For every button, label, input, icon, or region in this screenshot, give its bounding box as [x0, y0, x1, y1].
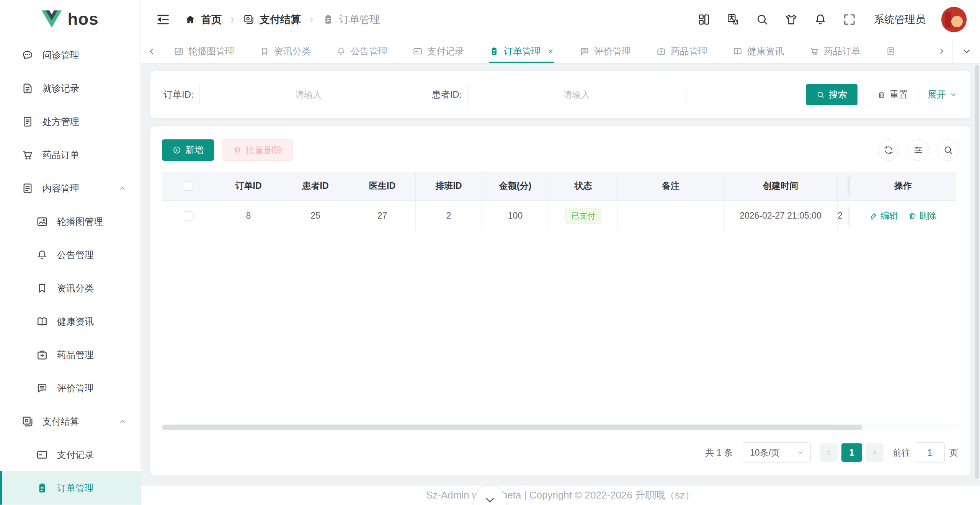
- order-icon: [489, 46, 499, 56]
- search-button[interactable]: 搜索: [806, 84, 858, 105]
- collapse-sidebar-button[interactable]: [155, 12, 171, 27]
- data-table: 订单ID患者ID医生ID排班ID金额(分)状态备注创建时间操作825272100…: [162, 172, 959, 231]
- sidebar-menu: 问诊管理就诊记录处方管理药品订单内容管理轮播图管理公告管理资讯分类健康资讯药品管…: [0, 38, 140, 505]
- tab-健康资讯[interactable]: 健康资讯: [733, 39, 784, 63]
- tab-支付记录[interactable]: 支付记录: [413, 39, 464, 63]
- vertical-scrollbar-thumb[interactable]: [975, 65, 979, 479]
- topbar-fullscreen-button[interactable]: [843, 13, 856, 26]
- tab-资讯分类[interactable]: 资讯分类: [260, 39, 311, 63]
- reset-button[interactable]: 重置: [867, 84, 918, 105]
- batch-delete-button[interactable]: 批量删除: [222, 139, 293, 161]
- medkit-icon: [36, 349, 48, 361]
- trash-icon: [877, 90, 886, 99]
- sidebar-item-notice-mgmt[interactable]: 公告管理: [0, 238, 140, 271]
- card-icon: [36, 449, 48, 461]
- table-toolbar: 新增 批量删除: [150, 126, 970, 172]
- tab-label: 评价管理: [594, 45, 631, 57]
- tab-公告管理[interactable]: 公告管理: [336, 39, 387, 63]
- tab-订单管理[interactable]: 订单管理: [489, 39, 554, 63]
- search-icon: [755, 13, 769, 26]
- topbar-notification-bell-button[interactable]: [813, 13, 827, 26]
- horizontal-scrollbar-thumb[interactable]: [162, 425, 862, 430]
- order-id-input[interactable]: [199, 84, 418, 105]
- tab-评价管理[interactable]: 评价管理: [580, 39, 631, 63]
- sidebar-item-drug-mgmt[interactable]: 药品管理: [0, 338, 140, 371]
- topbar-translate-button[interactable]: [726, 13, 740, 26]
- cell-clipped: 2: [838, 201, 850, 231]
- chevron-up-icon-wrap: [118, 184, 127, 193]
- table-header-createTime: 创建时间: [724, 172, 838, 201]
- sidebar-item-label: 轮播图管理: [57, 216, 103, 228]
- sidebar-item-content-mgmt[interactable]: 内容管理: [0, 172, 140, 205]
- tab-close-button[interactable]: [547, 47, 554, 55]
- edit-row-button[interactable]: 编辑: [869, 210, 898, 222]
- tab-partial[interactable]: [886, 39, 902, 63]
- sidebar-item-label: 健康资讯: [57, 315, 94, 328]
- sidebar-item-health-news[interactable]: 健康资讯: [0, 305, 140, 338]
- row-checkbox[interactable]: [184, 211, 193, 221]
- table-header-ops: 操作: [850, 172, 956, 201]
- refresh-button[interactable]: [878, 139, 899, 161]
- tab-label: 健康资讯: [747, 45, 784, 57]
- table-header-clipped: [838, 172, 850, 201]
- cell-remark: [618, 201, 724, 231]
- table-search-button[interactable]: [938, 139, 959, 161]
- sidebar-item-order-mgmt[interactable]: 订单管理: [0, 471, 140, 505]
- page-size-select[interactable]: 10条/页: [742, 442, 811, 463]
- search-icon: [816, 90, 825, 99]
- main-column: 首页支付结算订单管理 系统管理员 轮播图管理资讯分类公告管理支付记录订单管理评价…: [141, 0, 980, 505]
- page-1-button[interactable]: 1: [841, 443, 862, 462]
- sidebar-item-consult-mgmt[interactable]: 问诊管理: [0, 38, 140, 72]
- next-page-button[interactable]: [866, 443, 884, 462]
- patient-id-input[interactable]: [467, 84, 686, 105]
- goto-page-input[interactable]: [915, 442, 945, 463]
- chevron-down-icon: [482, 492, 498, 505]
- topbar-search-button[interactable]: [755, 13, 769, 26]
- user-avatar[interactable]: [941, 7, 967, 33]
- chat-icon: [21, 49, 34, 61]
- plus-circle-icon: [172, 145, 181, 155]
- footer-text: Sz-Admin v1.1.0 beta | Copyright © 2022-…: [426, 489, 695, 502]
- patient-id-label: 患者ID:: [432, 88, 462, 101]
- prev-page-button[interactable]: [820, 443, 838, 462]
- goto-page: 前往 页: [893, 442, 958, 463]
- sidebar-item-pay-settlement[interactable]: 支付结算: [0, 405, 140, 438]
- column-settings-button[interactable]: [908, 139, 929, 161]
- chevron-down-icon: [961, 46, 972, 57]
- tab-scroll-right-button[interactable]: [931, 39, 952, 63]
- tab-药品订单[interactable]: 药品订单: [809, 39, 861, 63]
- topbar-theme-tshirt-button[interactable]: [784, 13, 798, 26]
- cell-select: [162, 201, 215, 231]
- app-root: hos 问诊管理就诊记录处方管理药品订单内容管理轮播图管理公告管理资讯分类健康资…: [0, 0, 980, 505]
- add-button[interactable]: 新增: [162, 139, 214, 161]
- breadcrumb-item-1[interactable]: 支付结算: [243, 13, 301, 26]
- sidebar-item-prescription[interactable]: 处方管理: [0, 105, 140, 138]
- cart-icon: [809, 46, 819, 56]
- sidebar-item-label: 资讯分类: [57, 282, 94, 294]
- topbar-layout-grid-button[interactable]: [697, 13, 711, 26]
- brand-logo[interactable]: hos: [0, 0, 140, 38]
- sidebar-item-drug-orders[interactable]: 药品订单: [0, 138, 140, 172]
- cell-amount: 100: [482, 201, 549, 231]
- tab-dropdown-button[interactable]: [952, 39, 980, 63]
- expand-toggle[interactable]: 展开: [928, 88, 957, 101]
- select-all-checkbox[interactable]: [184, 181, 193, 191]
- sidebar-item-carousel-mgmt[interactable]: 轮播图管理: [0, 205, 140, 238]
- tab-label: 资讯分类: [274, 45, 311, 57]
- tab-label: 药品订单: [824, 45, 861, 57]
- doc-icon: [21, 182, 34, 194]
- tab-list: 轮播图管理资讯分类公告管理支付记录订单管理评价管理药品管理健康资讯药品订单: [162, 39, 931, 63]
- sidebar-item-visit-records[interactable]: 就诊记录: [0, 72, 140, 105]
- cell-orderId: 8: [215, 201, 282, 231]
- delete-row-button[interactable]: 删除: [908, 210, 937, 222]
- footer: Sz-Admin v1.1.0 beta | Copyright © 2022-…: [141, 485, 980, 505]
- sidebar-item-pay-records[interactable]: 支付记录: [0, 438, 140, 471]
- tab-scroll-left-button[interactable]: [141, 39, 162, 63]
- collapse-icon: [155, 12, 171, 27]
- sidebar-item-review-mgmt[interactable]: 评价管理: [0, 371, 140, 405]
- tab-轮播图管理[interactable]: 轮播图管理: [174, 39, 234, 63]
- tab-药品管理[interactable]: 药品管理: [656, 39, 707, 63]
- sidebar-item-news-category[interactable]: 资讯分类: [0, 271, 140, 305]
- breadcrumb-item-0[interactable]: 首页: [185, 13, 222, 26]
- tab-label: 轮播图管理: [188, 45, 234, 57]
